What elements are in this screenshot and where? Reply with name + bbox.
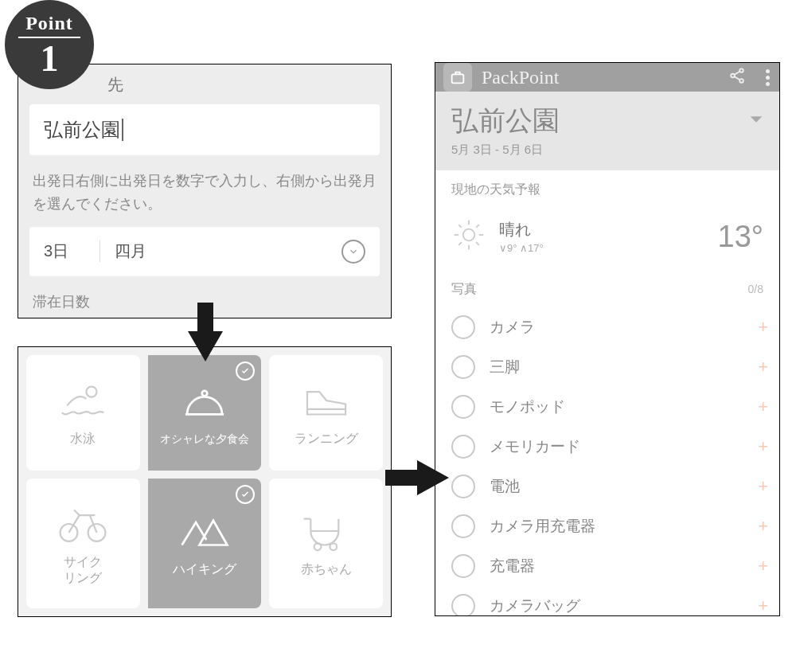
- swim-icon: [55, 378, 111, 423]
- share-icon[interactable]: [728, 67, 746, 88]
- screen-packpoint-list: PackPoint 弘前公園 5月 3日 - 5月 6日 現地の天気予報 晴れ …: [435, 62, 780, 616]
- list-item[interactable]: 電池+: [435, 467, 779, 506]
- mountains-icon: [177, 509, 232, 553]
- weather-temp: 13°: [718, 220, 763, 254]
- chevron-down-icon[interactable]: [341, 240, 365, 264]
- plus-icon[interactable]: +: [758, 516, 768, 537]
- checkbox[interactable]: [451, 475, 475, 498]
- slider-fill: [29, 318, 65, 318]
- day-field[interactable]: 3日: [44, 240, 100, 262]
- weather-range: ∨9° ∧17°: [499, 242, 705, 254]
- plus-icon[interactable]: +: [758, 397, 768, 417]
- activity-tile-dinner[interactable]: オシャレな夕食会: [148, 355, 262, 471]
- app-title: PackPoint: [482, 67, 719, 88]
- plus-icon[interactable]: +: [758, 556, 768, 576]
- plus-icon[interactable]: +: [758, 317, 768, 338]
- point-badge: Point 1: [5, 0, 94, 89]
- text-caret: [122, 119, 123, 141]
- activity-label: ハイキング: [173, 561, 236, 578]
- list-item[interactable]: 充電器+: [435, 546, 779, 586]
- check-icon: [236, 361, 255, 381]
- activity-tile-baby[interactable]: 赤ちゃん: [269, 479, 383, 608]
- activity-label: 赤ちゃん: [301, 561, 352, 578]
- list-item[interactable]: カメラバッグ+: [435, 586, 779, 616]
- activity-tile-hiking[interactable]: ハイキング: [148, 479, 262, 608]
- svg-rect-6: [452, 74, 464, 83]
- svg-line-17: [476, 225, 479, 228]
- cut-off-label: 先: [107, 74, 123, 96]
- svg-point-5: [330, 543, 337, 550]
- plus-icon[interactable]: +: [758, 357, 768, 377]
- activity-label: 水泳: [70, 431, 96, 447]
- check-icon: [236, 485, 255, 504]
- stroller-icon: [298, 509, 354, 553]
- dinner-dome-icon: [177, 380, 232, 424]
- item-label: カメラ用充電器: [490, 516, 763, 537]
- date-hint: 出発日右側に出発日を数字で入力し、右側から出発月を選んでください。: [33, 170, 377, 216]
- activity-tile-running[interactable]: ランニング: [269, 355, 383, 471]
- checkbox[interactable]: [451, 435, 475, 459]
- item-label: 充電器: [490, 556, 763, 576]
- screen-activity-grid: 水泳 オシャレな夕食会 ランニング サイク リング: [18, 346, 392, 617]
- destination-value: 弘前公園: [44, 117, 120, 143]
- trip-header[interactable]: 弘前公園 5月 3日 - 5月 6日: [435, 92, 779, 170]
- weather-section-label: 現地の天気予報: [435, 170, 779, 203]
- activity-tile-cycling[interactable]: サイク リング: [26, 479, 140, 608]
- month-field[interactable]: 四月: [100, 240, 341, 262]
- svg-point-10: [463, 229, 475, 241]
- activity-label: オシャレな夕食会: [160, 432, 249, 447]
- item-label: カメラバッグ: [490, 596, 763, 616]
- svg-line-16: [476, 242, 479, 245]
- item-label: カメラ: [490, 317, 763, 338]
- svg-line-18: [458, 242, 462, 245]
- checkbox[interactable]: [451, 355, 475, 379]
- svg-point-4: [314, 543, 321, 550]
- checkbox[interactable]: [451, 514, 475, 538]
- weather-text: 晴れ ∨9° ∧17°: [499, 219, 705, 254]
- list-item[interactable]: モノポッド+: [435, 387, 779, 427]
- plus-icon[interactable]: +: [758, 596, 768, 616]
- screen-trip-setup: 先 弘前公園 出発日右側に出発日を数字で入力し、右側から出発月を選んでください。…: [18, 64, 392, 318]
- plus-icon[interactable]: +: [758, 436, 768, 457]
- item-label: 電池: [490, 476, 763, 497]
- svg-point-0: [87, 387, 97, 397]
- list-item[interactable]: カメラ用充電器+: [435, 506, 779, 546]
- activity-tile-swim[interactable]: 水泳: [26, 355, 140, 471]
- list-item[interactable]: メモリカード+: [435, 427, 779, 467]
- plus-icon[interactable]: +: [758, 476, 768, 497]
- activity-label: ランニング: [295, 431, 358, 447]
- item-label: 三脚: [490, 357, 763, 377]
- app-suitcase-icon[interactable]: [443, 63, 472, 92]
- category-label: 写真: [451, 281, 477, 298]
- arrow-right-icon: [385, 460, 449, 495]
- point-number: 1: [41, 41, 59, 77]
- activity-label: サイク リング: [64, 554, 102, 584]
- category-count: 0/8: [748, 283, 763, 295]
- trip-dates: 5月 3日 - 5月 6日: [451, 143, 763, 158]
- departure-date-row[interactable]: 3日 四月: [29, 227, 380, 276]
- point-label: Point: [25, 13, 73, 34]
- weather-condition: 晴れ: [499, 219, 705, 240]
- category-header: 写真 0/8: [435, 267, 779, 303]
- checkbox[interactable]: [451, 395, 475, 419]
- list-item[interactable]: カメラ+: [435, 307, 779, 347]
- item-label: メモリカード: [490, 436, 763, 457]
- checkbox[interactable]: [451, 315, 475, 339]
- trip-name: 弘前公園: [451, 103, 763, 139]
- weather-row: 晴れ ∨9° ∧17° 13°: [435, 208, 779, 267]
- overflow-menu-icon[interactable]: [763, 69, 771, 86]
- checkbox[interactable]: [451, 554, 475, 578]
- svg-point-1: [202, 390, 208, 396]
- bicycle-icon: [55, 502, 111, 546]
- item-label: モノポッド: [490, 397, 763, 417]
- destination-input[interactable]: 弘前公園: [29, 104, 380, 155]
- collapse-chevron-icon[interactable]: [747, 111, 765, 131]
- packing-list: カメラ+ 三脚+ モノポッド+ メモリカード+ 電池+ カメラ用充電器+ 充電器…: [435, 307, 779, 616]
- running-shoe-icon: [298, 378, 354, 423]
- arrow-down-icon: [188, 303, 223, 361]
- svg-line-15: [458, 225, 462, 228]
- activity-grid: 水泳 オシャレな夕食会 ランニング サイク リング: [18, 347, 391, 616]
- checkbox[interactable]: [451, 594, 475, 616]
- list-item[interactable]: 三脚+: [435, 347, 779, 387]
- sun-icon: [451, 217, 486, 256]
